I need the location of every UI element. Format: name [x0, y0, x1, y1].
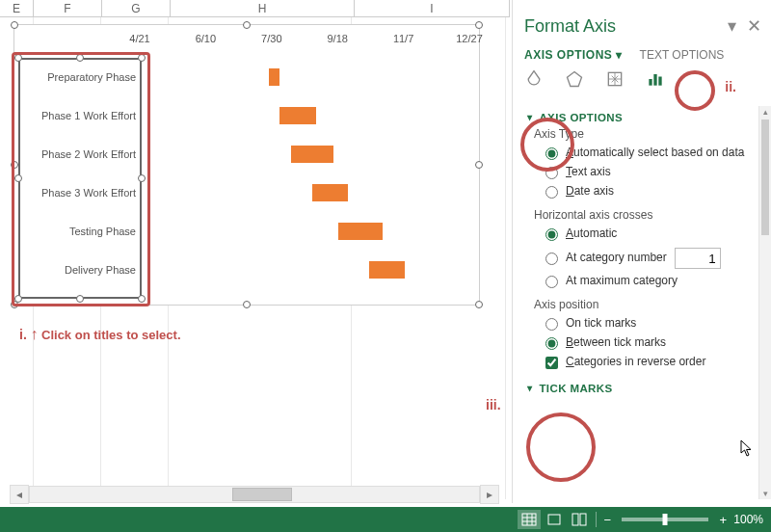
label-axis-position: Axis position: [534, 298, 759, 311]
pane-close-icon[interactable]: ✕: [747, 16, 761, 36]
x-tick: 4/21: [129, 33, 149, 44]
annotation-rect-i: [12, 52, 150, 306]
scroll-left-button[interactable]: ◂: [10, 485, 29, 504]
scroll-right-button[interactable]: ▸: [480, 485, 499, 504]
svg-rect-10: [548, 515, 560, 524]
label-hcrosses: Horizontal axis crosses: [534, 208, 759, 222]
gantt-bar[interactable]: [338, 223, 383, 240]
radio-between-tick[interactable]: Between tick marks: [545, 335, 759, 350]
radio-cross-max[interactable]: At maximum category: [545, 274, 759, 288]
radio-cross-category[interactable]: At category number: [545, 246, 759, 269]
svg-rect-5: [522, 514, 536, 525]
section-tick-marks[interactable]: TICK MARKS: [528, 383, 759, 394]
size-icon[interactable]: [605, 69, 625, 92]
col-G[interactable]: G: [102, 0, 171, 17]
radio-on-tick[interactable]: On tick marks: [545, 316, 759, 331]
col-H[interactable]: H: [171, 0, 355, 17]
axis-icon[interactable]: [646, 69, 665, 92]
gantt-bar[interactable]: [291, 146, 333, 163]
view-normal-button[interactable]: [518, 510, 541, 529]
checkbox-reverse-order[interactable]: Categories in reverse order: [545, 355, 759, 369]
zoom-thumb[interactable]: [663, 514, 668, 525]
annotation-iii: iii.: [486, 397, 501, 412]
radio-auto-type[interactable]: Automatically select based on data: [545, 146, 759, 160]
x-tick: 9/18: [327, 33, 347, 44]
view-page-layout-button[interactable]: [543, 510, 566, 529]
scroll-track[interactable]: [29, 486, 480, 503]
gantt-bar[interactable]: [369, 261, 405, 279]
zoom-out-button[interactable]: −: [600, 513, 614, 527]
svg-rect-4: [658, 77, 661, 86]
radio-cross-auto[interactable]: Automatic: [545, 226, 759, 241]
zoom-slider[interactable]: [622, 518, 708, 521]
col-I[interactable]: I: [355, 0, 510, 17]
radio-date-axis[interactable]: Date axis: [545, 184, 759, 199]
fill-icon[interactable]: [524, 69, 544, 92]
svg-rect-11: [572, 514, 578, 525]
tab-axis-options[interactable]: AXIS OPTIONS ▾: [524, 48, 626, 62]
status-bar: − + 100%: [0, 507, 771, 532]
section-axis-options[interactable]: AXIS OPTIONS: [528, 112, 759, 123]
x-tick: 6/10: [196, 33, 216, 44]
svg-rect-3: [653, 74, 656, 86]
x-tick: 7/30: [261, 33, 281, 44]
radio-text-axis[interactable]: Text axis: [545, 165, 759, 179]
svg-rect-12: [580, 514, 586, 525]
svg-rect-2: [649, 79, 651, 86]
gantt-bar[interactable]: [312, 184, 348, 201]
effects-icon[interactable]: [565, 69, 584, 92]
label-axis-type: Axis Type: [534, 127, 759, 141]
pane-title: Format Axis: [524, 16, 616, 37]
horizontal-scrollbar[interactable]: ◂ ▸: [10, 486, 499, 503]
cross-category-input[interactable]: [675, 248, 721, 269]
annotation-ii: ii.: [725, 79, 736, 94]
scroll-thumb[interactable]: [761, 120, 769, 235]
plot-area[interactable]: [140, 58, 465, 299]
scroll-up-button[interactable]: ▴: [759, 106, 771, 118]
gantt-bar[interactable]: [279, 107, 315, 124]
gantt-bar[interactable]: [269, 68, 280, 86]
annotation-i: i. ↑ Click on titles to select.: [19, 326, 181, 343]
view-page-break-button[interactable]: [568, 510, 591, 529]
pane-vertical-scrollbar[interactable]: ▴ ▾: [758, 106, 771, 499]
x-tick: 12/27: [456, 33, 483, 44]
col-E[interactable]: E: [0, 0, 34, 17]
chart-x-axis[interactable]: 4/21 6/10 7/30 9/18 11/7 12/27: [140, 33, 469, 52]
zoom-in-button[interactable]: +: [716, 513, 730, 527]
scroll-thumb[interactable]: [232, 488, 292, 501]
zoom-label[interactable]: 100%: [733, 513, 763, 526]
scroll-down-button[interactable]: ▾: [759, 488, 771, 499]
svg-marker-0: [568, 72, 582, 87]
col-F[interactable]: F: [34, 0, 102, 17]
column-headers: E F G H I: [0, 0, 510, 17]
x-tick: 11/7: [393, 33, 413, 44]
tab-text-options[interactable]: TEXT OPTIONS: [640, 48, 725, 62]
format-axis-pane: Format Axis ▾ ✕ AXIS OPTIONS ▾ TEXT OPTI…: [512, 0, 771, 503]
pane-menu-icon[interactable]: ▾: [728, 16, 736, 36]
